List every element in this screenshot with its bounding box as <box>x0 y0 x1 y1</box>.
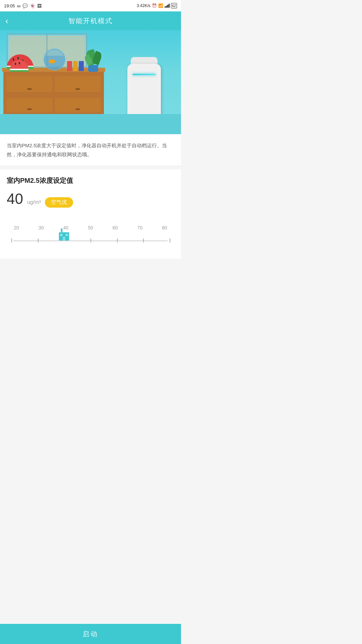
status-bar: 19:05 ∞ 💬 👻 🖼 3.42K/s ⏰ 📶 62 <box>0 0 181 11</box>
tick-30 <box>38 238 39 243</box>
slider-labels: 20 30 40 50 60 70 80 <box>7 225 174 230</box>
infinity-icon: ∞ <box>17 3 21 9</box>
image-icon: 🖼 <box>37 3 42 8</box>
pm-unit: ug/m³ <box>27 199 41 205</box>
factory-marker <box>58 228 70 242</box>
settings-section: 室内PM2.5浓度设定值 40 ug/m³ 空气优 <box>0 169 181 259</box>
books <box>67 61 84 71</box>
bottom-spacer <box>0 259 181 285</box>
watermelon <box>7 54 37 71</box>
tick-70 <box>143 238 144 243</box>
svg-rect-5 <box>63 237 66 240</box>
label-30: 30 <box>36 225 46 230</box>
label-20: 20 <box>11 225 21 230</box>
svg-rect-3 <box>60 234 63 236</box>
label-70: 70 <box>135 225 145 230</box>
time: 19:05 <box>4 3 15 8</box>
header: ‹ 智能开机模式 <box>0 11 181 30</box>
description-section: 当室内PM2.5浓度大于设定值时，净化器自动开机并处于自动档运行。当然，净化器要… <box>0 134 181 166</box>
room-floor <box>0 114 181 134</box>
tick-80 <box>170 238 170 243</box>
tick-20 <box>11 238 12 243</box>
wifi-icon: 📶 <box>158 3 163 8</box>
snapchat-icon: 👻 <box>30 3 35 8</box>
factory-icon <box>58 228 70 242</box>
svg-rect-4 <box>66 234 68 236</box>
svg-rect-1 <box>61 229 63 232</box>
status-left: 19:05 ∞ 💬 👻 🖼 <box>4 3 42 9</box>
air-quality-badge: 空气优 <box>45 197 73 208</box>
slider-container[interactable]: 20 30 40 50 60 70 80 <box>7 225 174 252</box>
dresser <box>3 70 104 114</box>
battery-icon: 62 <box>171 3 177 8</box>
back-button[interactable]: ‹ <box>5 16 8 25</box>
label-80: 80 <box>160 225 170 230</box>
pm-value: 40 <box>7 191 23 207</box>
value-row: 40 ug/m³ 空气优 <box>7 191 174 208</box>
speed-value: 3.42K/s <box>137 3 150 8</box>
page-title: 智能开机模式 <box>68 16 113 25</box>
alarm-icon: ⏰ <box>152 3 157 8</box>
settings-title: 室内PM2.5浓度设定值 <box>7 176 174 185</box>
fish-bowl <box>44 49 67 72</box>
air-purifier <box>127 57 161 116</box>
tick-50 <box>90 238 91 243</box>
label-50: 50 <box>85 225 96 230</box>
label-60: 60 <box>110 225 120 230</box>
status-right: 3.42K/s ⏰ 📶 62 <box>137 3 177 8</box>
message-icon: 💬 <box>22 3 28 8</box>
plant <box>84 50 102 72</box>
tick-60 <box>117 238 118 243</box>
description-text: 当室内PM2.5浓度大于设定值时，净化器自动开机并处于自动档运行。当然，净化器要… <box>7 141 174 159</box>
illustration-area <box>0 30 181 134</box>
signal-icon <box>165 4 170 8</box>
